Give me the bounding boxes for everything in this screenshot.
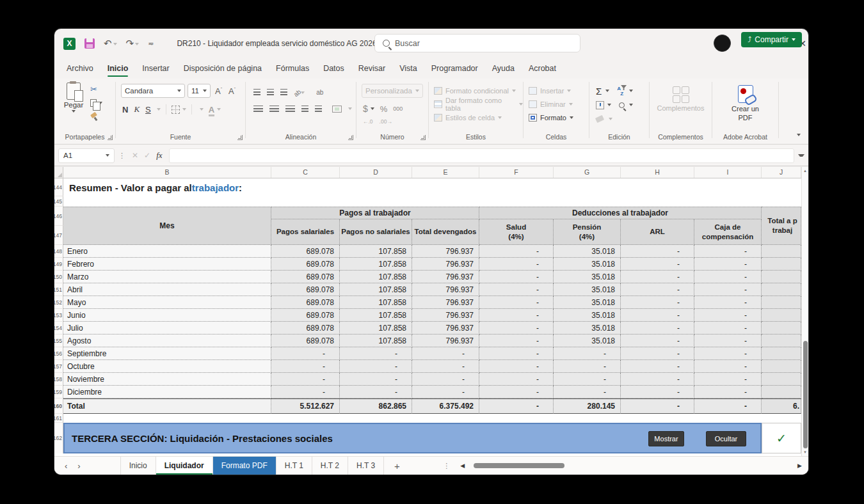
ribbon-tab-vista[interactable]: Vista [392, 59, 424, 77]
cell-value[interactable]: - [479, 296, 554, 309]
conditional-formatting-button[interactable]: Formato condicional [429, 84, 523, 97]
header-salud[interactable]: Salud(4%) [479, 219, 554, 245]
horizontal-scrollbar[interactable] [468, 462, 680, 469]
search-input[interactable]: Buscar [374, 34, 580, 52]
ribbon-tab-fórmulas[interactable]: Fórmulas [269, 59, 316, 77]
autosum-icon[interactable]: Σ [596, 86, 602, 97]
cell-mes[interactable]: Octubre [63, 360, 271, 373]
alignment-dialog-launcher-icon[interactable] [348, 135, 353, 140]
cell-total-pagar[interactable] [762, 309, 801, 322]
cell-value[interactable]: - [554, 373, 621, 386]
sort-filter-chevron-icon[interactable] [629, 90, 633, 92]
borders-icon[interactable] [172, 106, 180, 114]
cell-value[interactable]: - [694, 309, 762, 322]
cell-total-pagar[interactable] [762, 386, 801, 398]
cell-value[interactable]: 796.937 [412, 245, 479, 258]
sheet-tab-inicio[interactable]: Inicio [120, 457, 156, 475]
cell-value[interactable]: - [621, 347, 694, 360]
fill-chevron-icon[interactable] [607, 104, 611, 106]
comma-format-icon[interactable]: 000 [393, 106, 403, 112]
bold-button[interactable]: N [122, 105, 128, 114]
excel-app-icon[interactable]: X [63, 38, 76, 50]
paste-button[interactable]: Pegar [60, 83, 88, 125]
cell-value[interactable]: 796.937 [412, 296, 479, 309]
scroll-up-icon[interactable]: ▲ [803, 169, 807, 173]
cell-total-pagar[interactable] [762, 347, 801, 360]
row-header-152[interactable]: 152 [54, 296, 63, 309]
cell-value[interactable]: - [479, 386, 554, 398]
cell-value[interactable]: - [694, 398, 762, 414]
cell-value[interactable]: - [340, 347, 412, 360]
cell-total-pagar[interactable] [762, 258, 801, 271]
mostrar-button[interactable]: Mostrar [648, 431, 684, 446]
scroll-down-icon[interactable]: ▼ [803, 450, 807, 454]
decrease-decimal-icon[interactable]: .00→ [380, 118, 392, 125]
cell-value[interactable]: - [412, 386, 479, 398]
ribbon-tab-revisar[interactable]: Revisar [351, 59, 392, 77]
cell-value[interactable]: 689.078 [271, 335, 340, 347]
cell-mes[interactable]: Julio [63, 322, 271, 335]
sheet-tab-liquidador[interactable]: Liquidador [156, 457, 213, 475]
grow-font-button[interactable]: Aˆ [213, 86, 224, 96]
cell-value[interactable]: - [554, 347, 621, 360]
select-all-corner[interactable] [54, 167, 63, 178]
cell-value[interactable]: 796.937 [412, 335, 479, 347]
cell-value[interactable]: - [271, 347, 340, 360]
cell-value[interactable]: - [621, 386, 694, 398]
sheet-tab-h-t-2[interactable]: H.T 2 [312, 457, 348, 475]
cell-total-pagar[interactable] [762, 245, 801, 258]
insert-cells-button[interactable]: Insertar [524, 84, 589, 97]
ribbon-tab-insertar[interactable]: Insertar [135, 59, 176, 77]
cell-value[interactable]: - [271, 360, 340, 373]
cell-value[interactable]: - [271, 373, 340, 386]
cell-value[interactable]: - [621, 245, 694, 258]
cell-value[interactable]: 107.858 [340, 245, 412, 258]
cell-value[interactable]: - [479, 322, 554, 335]
cell-value[interactable]: - [621, 335, 694, 347]
share-button[interactable]: ⤴ Compartir [741, 32, 802, 47]
cell-mes[interactable]: Enero [63, 245, 271, 258]
header-caja[interactable]: Caja decompensación [694, 219, 762, 245]
cell-value[interactable]: 689.078 [271, 309, 340, 322]
column-header-H[interactable]: H [621, 167, 694, 178]
cell-total-pagar[interactable] [762, 373, 801, 386]
cell-value[interactable]: - [694, 322, 762, 335]
fill-icon[interactable] [596, 101, 604, 109]
increase-decimal-icon[interactable]: ←.0 [363, 118, 373, 125]
italic-button[interactable]: K [134, 104, 140, 114]
save-icon[interactable] [84, 38, 95, 49]
ocultar-button[interactable]: Ocultar [706, 431, 746, 446]
copy-button[interactable] [90, 98, 102, 108]
row-header-154[interactable]: 154 [54, 322, 63, 335]
cell-mes[interactable]: Septiembre [63, 347, 271, 360]
cell-value[interactable]: - [479, 373, 554, 386]
clipboard-dialog-launcher-icon[interactable] [108, 135, 113, 140]
horizontal-scroll-thumb[interactable] [474, 463, 564, 468]
hscroll-left-icon[interactable]: ◀ [460, 462, 465, 469]
row-header-158[interactable]: 158 [54, 373, 63, 386]
cell-value[interactable]: - [694, 335, 762, 347]
cell-value[interactable]: 35.018 [554, 322, 621, 335]
cell-value[interactable]: - [621, 258, 694, 271]
cell-value[interactable]: 35.018 [554, 271, 621, 283]
cell-total-pagar[interactable] [762, 322, 801, 335]
undo-icon[interactable]: ↶ [104, 38, 112, 49]
redo-icon[interactable]: ↷ [126, 38, 134, 49]
column-header-F[interactable]: F [479, 167, 554, 178]
decrease-indent-icon[interactable] [301, 106, 308, 113]
formula-bar-expand-icon[interactable] [798, 154, 804, 157]
cell-value[interactable]: - [479, 398, 554, 414]
row-header-159[interactable]: 159 [54, 386, 63, 398]
cell-value[interactable]: 689.078 [271, 322, 340, 335]
redo-chevron-icon[interactable] [135, 43, 139, 45]
cell-value[interactable]: 35.018 [554, 296, 621, 309]
cell-styles-button[interactable]: Estilos de celda [429, 111, 523, 124]
cell-value[interactable]: - [271, 386, 340, 398]
ribbon-tab-archivo[interactable]: Archivo [60, 59, 100, 77]
cell-value[interactable]: 35.018 [554, 283, 621, 296]
row-header-148[interactable]: 148 [54, 245, 63, 258]
cell-value[interactable]: - [479, 283, 554, 296]
cell-value[interactable]: - [479, 245, 554, 258]
cell-value[interactable]: - [694, 296, 762, 309]
row-header-151[interactable]: 151 [54, 283, 63, 296]
